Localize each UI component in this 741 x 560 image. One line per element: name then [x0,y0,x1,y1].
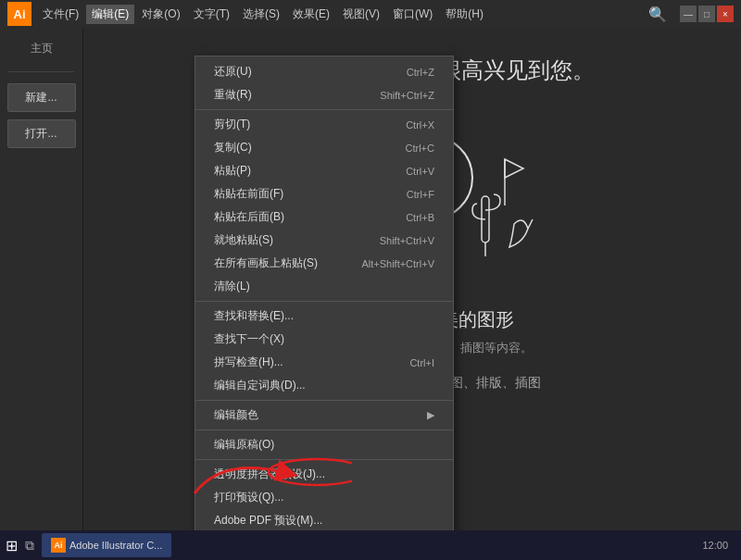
menu-separator-5 [195,459,453,460]
menu-edit[interactable]: 编辑(E) [86,5,134,24]
taskbar: ⊞ ⧉ Ai Adobe Illustrator C... 12:00 [0,530,741,560]
menu-bar: 文件(F) 编辑(E) 对象(O) 文字(T) 选择(S) 效果(E) 视图(V… [37,5,674,24]
taskbar-ai-task[interactable]: Ai Adobe Illustrator C... [42,533,171,557]
menu-file[interactable]: 文件(F) [37,5,84,24]
start-button[interactable]: ⊞ [6,537,18,554]
app-logo: Ai [7,2,31,26]
menu-text[interactable]: 文字(T) [188,5,235,24]
menu-undo[interactable]: 还原(U)Ctrl+Z [195,60,453,83]
task-view-button[interactable]: ⧉ [25,538,34,554]
menu-print-preset[interactable]: 打印预设(Q)... [195,486,453,509]
menu-separator-1 [195,109,453,110]
menu-clear[interactable]: 清除(L) [195,275,453,298]
menu-edit-dictionary[interactable]: 编辑自定词典(D)... [195,374,453,397]
maximize-button[interactable]: □ [698,6,715,22]
open-document-button[interactable]: 打开... [7,119,76,148]
menu-spellcheck[interactable]: 拼写检查(H)...Ctrl+I [195,351,453,374]
main-layout: 主页 新建... 打开... 欢迎使用 Illustrator。很高兴见到您。 [0,28,741,530]
menu-cut[interactable]: 剪切(T)Ctrl+X [195,113,453,136]
menu-paste-allboards[interactable]: 在所有画板上粘贴(S)Alt+Shift+Ctrl+V [195,252,453,275]
menu-paste-inplace[interactable]: 就地粘贴(S)Shift+Ctrl+V [195,229,453,252]
menu-window[interactable]: 窗口(W) [387,5,438,24]
title-bar: Ai 文件(F) 编辑(E) 对象(O) 文字(T) 选择(S) 效果(E) 视… [0,0,741,28]
sidebar: 主页 新建... 打开... [0,28,83,530]
menu-edit-colors[interactable]: 编辑颜色▶ [195,404,453,427]
menu-help[interactable]: 帮助(H) [440,5,489,24]
menu-separator-3 [195,400,453,401]
minimize-button[interactable]: — [680,6,697,22]
menu-pdf-preset[interactable]: Adobe PDF 预设(M)... [195,509,453,530]
taskbar-ai-icon: Ai [51,538,66,553]
taskbar-task-label: Adobe Illustrator C... [69,540,162,551]
menu-separator-4 [195,429,453,430]
menu-find-next[interactable]: 查找下一个(X) [195,328,453,351]
menu-paste-front[interactable]: 粘贴在前面(F)Ctrl+F [195,182,453,205]
menu-object[interactable]: 对象(O) [136,5,185,24]
menu-redo[interactable]: 重做(R)Shift+Ctrl+Z [195,83,453,106]
close-button[interactable]: × [717,6,734,22]
dropdown-overlay: 还原(U)Ctrl+Z 重做(R)Shift+Ctrl+Z 剪切(T)Ctrl+… [83,56,741,530]
menu-copy[interactable]: 复制(C)Ctrl+C [195,136,453,159]
menu-separator-2 [195,301,453,302]
menu-view[interactable]: 视图(V) [337,5,385,24]
system-tray: 12:00 [702,540,735,551]
menu-edit-original[interactable]: 编辑原稿(O) [195,433,453,456]
window-controls: — □ × [680,6,734,22]
menu-select[interactable]: 选择(S) [237,5,285,24]
edit-dropdown-menu: 还原(U)Ctrl+Z 重做(R)Shift+Ctrl+Z 剪切(T)Ctrl+… [195,56,454,530]
content-area: 欢迎使用 Illustrator。很高兴见到您。 [83,28,741,530]
home-button[interactable]: 主页 [8,37,74,60]
search-icon[interactable]: 🔍 [648,6,667,23]
menu-effect[interactable]: 效果(E) [287,5,335,24]
menu-paste-back[interactable]: 粘贴在后面(B)Ctrl+B [195,205,453,229]
menu-transparency-flattener[interactable]: 透明度拼合器预设(J)... [195,463,453,486]
menu-find-replace[interactable]: 查找和替换(E)... [195,305,453,328]
menu-paste[interactable]: 粘贴(P)Ctrl+V [195,159,453,182]
new-document-button[interactable]: 新建... [7,83,76,112]
